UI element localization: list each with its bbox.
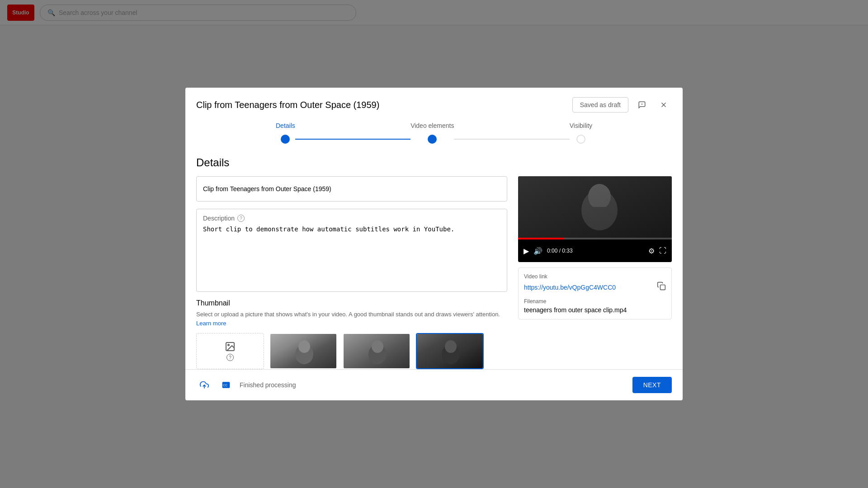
svg-point-13 xyxy=(445,340,457,353)
mute-button[interactable]: 🔊 xyxy=(533,247,542,255)
step-visibility-label: Visibility xyxy=(570,122,592,129)
step-video-elements[interactable]: Video elements xyxy=(410,122,454,144)
video-link-label: Video link xyxy=(524,273,666,280)
thumbnail-options: ? xyxy=(196,333,507,369)
play-button[interactable]: ▶ xyxy=(524,247,529,255)
svg-text:CC: CC xyxy=(223,384,227,387)
svg-point-7 xyxy=(298,340,310,353)
dialog-header: Clip from Teenagers from Outer Space (19… xyxy=(185,88,683,113)
svg-rect-20 xyxy=(660,285,665,290)
captions-icon-button[interactable]: CC xyxy=(218,377,234,393)
video-info-box: Video link https://youtu.be/vQpGgC4WCC0 … xyxy=(518,267,672,319)
desc-header: Description ? xyxy=(203,215,500,222)
close-button[interactable] xyxy=(656,97,672,113)
video-url-link[interactable]: https://youtu.be/vQpGgC4WCC0 xyxy=(524,284,616,291)
fullscreen-button[interactable]: ⛶ xyxy=(659,247,666,255)
content-right: ▶ 🔊 0:00 / 0:33 ⚙ ⛶ Video link https://y… xyxy=(518,176,672,369)
saved-draft-button[interactable]: Saved as draft xyxy=(572,97,628,113)
video-link-row: https://youtu.be/vQpGgC4WCC0 xyxy=(524,282,666,293)
thumbnail-learn-more-link[interactable]: Learn more xyxy=(196,320,226,327)
desc-help-icon[interactable]: ? xyxy=(237,215,245,222)
svg-rect-11 xyxy=(371,353,384,362)
step-video-elements-dot xyxy=(428,135,437,144)
feedback-button[interactable] xyxy=(634,97,650,113)
content-row: Description ? Short clip to demonstrate … xyxy=(196,176,672,369)
svg-point-10 xyxy=(372,340,383,353)
thumbnail-upload-button[interactable]: ? xyxy=(196,333,264,369)
upload-icon-button[interactable] xyxy=(196,377,212,393)
thumbnail-option-2[interactable] xyxy=(343,333,410,369)
video-controls: ▶ 🔊 0:00 / 0:33 ⚙ ⛶ xyxy=(518,239,672,262)
filename-value: teenagers from outer space clip.mp4 xyxy=(524,306,666,314)
video-frame xyxy=(518,176,672,239)
filename-label: Filename xyxy=(524,298,666,305)
step-details-label: Details xyxy=(276,122,295,129)
time-display: 0:00 / 0:33 xyxy=(547,248,644,254)
copy-link-button[interactable] xyxy=(657,282,666,293)
step-details[interactable]: Details xyxy=(276,122,295,144)
stepper: Details Video elements Visibility xyxy=(185,113,683,149)
content-left: Description ? Short clip to demonstrate … xyxy=(196,176,507,369)
section-title: Details xyxy=(196,156,672,169)
description-textarea[interactable]: Short clip to demonstrate how automatic … xyxy=(203,225,500,284)
thumbnail-section: Thumbnail Select or upload a picture tha… xyxy=(196,299,507,369)
dialog-title: Clip from Teenagers from Outer Space (19… xyxy=(196,100,379,110)
video-progress-filled xyxy=(518,238,564,239)
header-actions: Saved as draft xyxy=(572,97,672,113)
thumbnail-option-3[interactable] xyxy=(416,333,484,369)
step-visibility[interactable]: Visibility xyxy=(570,122,592,144)
svg-rect-8 xyxy=(297,353,311,362)
settings-button[interactable]: ⚙ xyxy=(648,247,655,255)
upload-dialog: Clip from Teenagers from Outer Space (19… xyxy=(185,88,683,400)
svg-rect-14 xyxy=(444,353,458,362)
video-progress-bar[interactable] xyxy=(518,238,672,239)
title-field-group xyxy=(196,176,507,202)
next-button[interactable]: NEXT xyxy=(632,377,672,393)
thumbnail-desc: Select or upload a picture that shows wh… xyxy=(196,310,507,328)
title-input[interactable] xyxy=(196,176,507,202)
step-video-elements-label: Video elements xyxy=(410,122,454,129)
video-preview: ▶ 🔊 0:00 / 0:33 ⚙ ⛶ xyxy=(518,176,672,262)
dialog-footer: CC Finished processing NEXT xyxy=(185,369,683,400)
thumbnail-option-1[interactable] xyxy=(269,333,337,369)
description-field-group: Description ? Short clip to demonstrate … xyxy=(196,209,507,292)
processing-status: Finished processing xyxy=(240,381,627,389)
desc-label: Description xyxy=(203,215,235,222)
modal-overlay: Clip from Teenagers from Outer Space (19… xyxy=(0,0,868,488)
dialog-body: Details Description ? xyxy=(185,149,683,369)
upload-help-icon: ? xyxy=(226,354,234,361)
thumbnail-title: Thumbnail xyxy=(196,299,507,307)
stepper-steps: Details Video elements Visibility xyxy=(276,122,592,144)
step-visibility-dot xyxy=(576,135,585,144)
svg-point-5 xyxy=(228,344,229,346)
step-details-dot xyxy=(281,135,290,144)
svg-rect-19 xyxy=(518,176,672,239)
